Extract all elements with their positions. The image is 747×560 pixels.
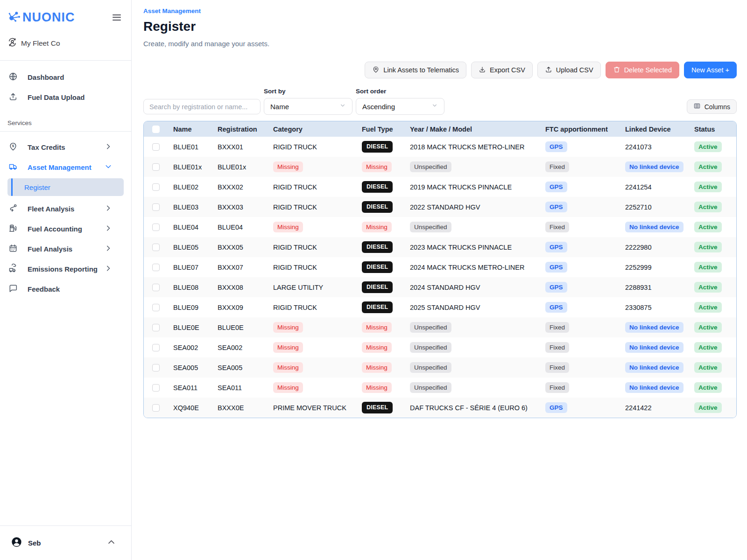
cell-registration: BXXX0E (214, 398, 269, 418)
sidebar-item-asset-management[interactable]: Asset Management (0, 157, 131, 177)
table-row[interactable]: BLUE0E BLUE0E Missing Missing Unspecifie… (144, 317, 736, 337)
columns-button[interactable]: Columns (687, 99, 737, 114)
button-label: Upload CSV (556, 66, 593, 74)
row-checkbox[interactable] (152, 224, 160, 231)
status-badge: Active (694, 322, 722, 333)
fuel-type-badge: DIESEL (362, 261, 393, 273)
category: RIGID TRUCK (273, 183, 317, 191)
table-row[interactable]: SEA005 SEA005 Missing Missing Unspecifie… (144, 357, 736, 378)
sidebar-item-emissions-reporting[interactable]: Emissions Reporting (0, 259, 131, 279)
column-header-status[interactable]: Status (691, 121, 736, 137)
cell-registration: BXXX07 (214, 257, 269, 277)
table-row[interactable]: BLUE09 BXXX09 RIGID TRUCK DIESEL 2025 ST… (144, 297, 736, 317)
row-checkbox[interactable] (152, 324, 160, 331)
table-row[interactable]: XQ940E BXXX0E PRIME MOVER TRUCK DIESEL D… (144, 398, 736, 418)
delete-selected-button[interactable]: Delete Selected (606, 62, 679, 78)
linked-device: 2330875 (625, 304, 651, 311)
cell-name: BLUE01 (169, 137, 214, 157)
cell-name: BLUE08 (169, 277, 214, 297)
column-header-linked-device[interactable]: Linked Device (621, 121, 691, 137)
column-header-category[interactable]: Category (269, 121, 358, 137)
sidebar-item-feedback[interactable]: Feedback (0, 279, 131, 299)
chevron-right-icon (104, 224, 113, 235)
table-row[interactable]: BLUE05 BXXX05 RIGID TRUCK DIESEL 2023 MA… (144, 237, 736, 257)
breadcrumb[interactable]: Asset Management (143, 7, 737, 14)
column-header-registration[interactable]: Registration (214, 121, 269, 137)
table-row[interactable]: BLUE07 BXXX07 RIGID TRUCK DIESEL 2024 MA… (144, 257, 736, 277)
linked-device: 2241254 (625, 183, 651, 191)
category: RIGID TRUCK (273, 304, 317, 311)
ftc-apportionment-badge: GPS (545, 242, 567, 252)
sidebar-item-fuel-analysis[interactable]: Fuel Analysis (0, 239, 131, 259)
row-checkbox[interactable] (152, 404, 160, 412)
sort-by-value: Name (270, 103, 289, 111)
button-label: Export CSV (490, 66, 525, 74)
fuel-type-badge: DIESEL (362, 402, 393, 413)
sidebar-item-tax-credits[interactable]: $ Tax Credits (0, 137, 131, 157)
column-header-name[interactable]: Name (169, 121, 214, 137)
row-checkbox[interactable] (152, 364, 160, 371)
linked-device: 2241422 (625, 404, 651, 412)
table-row[interactable]: BLUE04 BLUE04 Missing Missing Unspecifie… (144, 217, 736, 237)
sort-order-select[interactable]: Ascending (356, 98, 444, 115)
row-checkbox[interactable] (152, 163, 160, 171)
org-switcher[interactable]: My Fleet Co (0, 28, 131, 60)
status-badge: Active (694, 141, 722, 152)
route-pin-icon (8, 203, 18, 215)
row-checkbox[interactable] (152, 183, 160, 191)
sidebar-item-label: Fuel Data Upload (28, 93, 85, 101)
new-asset-button[interactable]: New Asset + (684, 62, 737, 78)
cell-name: SEA002 (169, 337, 214, 357)
status-badge: Active (694, 161, 722, 172)
row-checkbox[interactable] (152, 244, 160, 251)
row-checkbox[interactable] (152, 203, 160, 211)
table-row[interactable]: BLUE03 BXXX03 RIGID TRUCK DIESEL 2022 ST… (144, 197, 736, 217)
nuonic-logo[interactable]: NUONIC (7, 9, 75, 25)
year-make-model: DAF TRUCKS CF - SÉRIE 4 (EURO 6) (410, 404, 528, 412)
column-header-fuel-type[interactable]: Fuel Type (358, 121, 406, 137)
cell-registration: BXXX09 (214, 297, 269, 317)
table-row[interactable]: SEA011 SEA011 Missing Missing Unspecifie… (144, 378, 736, 398)
table-row[interactable]: SEA002 SEA002 Missing Missing Unspecifie… (144, 337, 736, 357)
sidebar-item-fleet-analysis[interactable]: Fleet Analysis (0, 199, 131, 219)
button-label: Delete Selected (624, 66, 672, 74)
ftc-apportionment-badge: Fixed (545, 322, 569, 333)
chevron-right-icon (104, 264, 113, 275)
sort-by-select[interactable]: Name (264, 98, 352, 115)
sidebar-item-dashboard[interactable]: Dashboard (0, 67, 131, 87)
status-badge: Active (694, 362, 722, 373)
status-badge: Active (694, 262, 722, 273)
sidebar-item-label: Asset Management (28, 163, 92, 171)
row-checkbox[interactable] (152, 284, 160, 291)
table-row[interactable]: BLUE02 BXXX02 RIGID TRUCK DIESEL 2019 MA… (144, 177, 736, 197)
category-badge: Missing (273, 382, 303, 393)
link-assets-telematics-button[interactable]: Link Assets to Telematics (365, 62, 466, 78)
table-row[interactable]: BLUE01x BLUE01x Missing Missing Unspecif… (144, 157, 736, 177)
category: RIGID TRUCK (273, 143, 317, 151)
table-row[interactable]: BLUE01 BXXX01 RIGID TRUCK DIESEL 2018 MA… (144, 137, 736, 157)
sidebar-item-fuel-accounting[interactable]: Fuel Accounting (0, 219, 131, 239)
upload-csv-button[interactable]: Upload CSV (537, 62, 601, 78)
select-all-checkbox[interactable] (152, 126, 160, 133)
cell-name: BLUE0E (169, 317, 214, 337)
sidebar-subitem-register[interactable]: Register (7, 178, 124, 196)
column-header-ftc-apportionment[interactable]: FTC apportionment (542, 121, 621, 137)
assets-table: NameRegistrationCategoryFuel TypeYear / … (144, 121, 736, 418)
sidebar-item-fuel-data-upload[interactable]: Fuel Data Upload (0, 87, 131, 107)
linked-device-badge: No linked device (625, 222, 684, 232)
menu-toggle-button[interactable] (111, 11, 123, 24)
year-make-model-badge: Unspecified (410, 382, 451, 393)
row-checkbox[interactable] (152, 384, 160, 392)
row-checkbox[interactable] (152, 304, 160, 311)
export-csv-button[interactable]: Export CSV (471, 62, 533, 78)
user-menu[interactable]: Seb (0, 525, 131, 560)
row-checkbox[interactable] (152, 264, 160, 271)
column-header-year-make-model[interactable]: Year / Make / Model (406, 121, 542, 137)
year-make-model: 2024 MACK TRUCKS METRO-LINER (410, 264, 524, 271)
svg-text:$: $ (12, 144, 14, 148)
select-all-header (144, 121, 169, 137)
row-checkbox[interactable] (152, 143, 160, 151)
search-input[interactable] (143, 99, 261, 114)
table-row[interactable]: BLUE08 BXXX08 LARGE UTILITY DIESEL 2024 … (144, 277, 736, 297)
row-checkbox[interactable] (152, 344, 160, 351)
